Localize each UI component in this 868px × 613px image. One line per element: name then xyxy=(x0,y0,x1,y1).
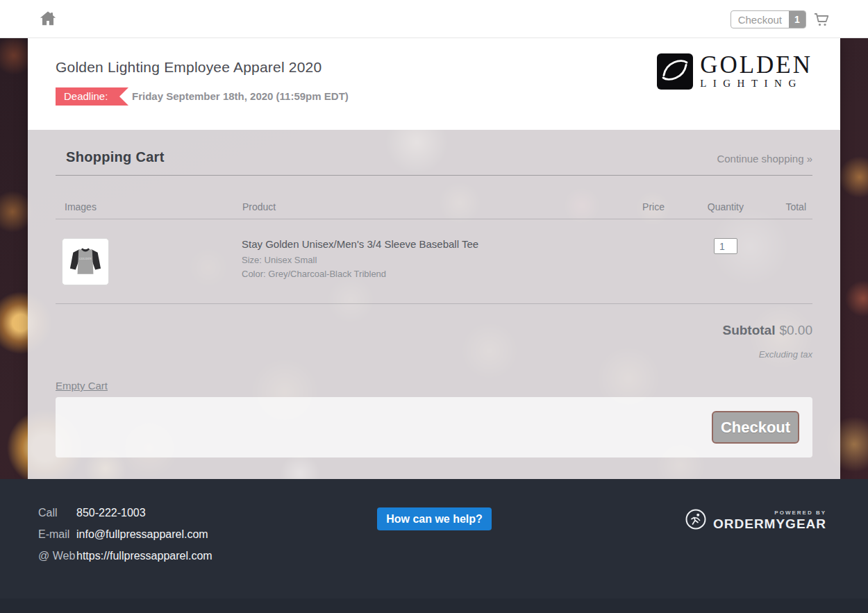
shopping-cart-panel: Shopping Cart Continue shopping » Images… xyxy=(28,130,840,479)
continue-shopping-link[interactable]: Continue shopping » xyxy=(717,153,812,165)
home-button[interactable] xyxy=(38,9,59,30)
runner-icon xyxy=(685,508,707,533)
topbar-actions: Checkout 1 xyxy=(731,10,830,28)
checkout-bar: Checkout xyxy=(56,397,812,457)
contact-label-call: Call xyxy=(38,507,76,519)
column-header-product: Product xyxy=(242,201,276,212)
logo-subtitle: LIGHTING xyxy=(700,78,803,90)
product-color: Color: Grey/Charcoal-Black Triblend xyxy=(242,269,386,279)
subtotal-row: Subtotal$0.00 xyxy=(722,323,812,338)
column-header-total: Total xyxy=(785,201,806,212)
contact-row-email: E-mail info@fullpressapparel.com xyxy=(38,528,208,541)
logo-text: GOLDEN LIGHTING xyxy=(700,53,812,90)
svg-text:GOLDEN: GOLDEN xyxy=(79,258,92,260)
contact-row-web: @ Web https://fullpressapparel.com xyxy=(38,550,212,562)
column-header-quantity: Quantity xyxy=(708,201,744,212)
product-size: Size: Unisex Small xyxy=(242,255,317,265)
deadline-date: Friday September 18th, 2020 (11:59pm EDT… xyxy=(132,87,349,106)
tax-note: Excluding tax xyxy=(759,349,812,360)
contact-phone: 850-222-1003 xyxy=(76,507,146,519)
page: Checkout 1 Golden Lighting Employee Appa… xyxy=(0,0,868,613)
logo-mark xyxy=(657,53,693,90)
contact-web-link[interactable]: https://fullpressapparel.com xyxy=(76,550,212,562)
cart-count-badge: 1 xyxy=(789,11,806,28)
golden-lighting-logo: GOLDEN LIGHTING xyxy=(657,53,812,90)
contact-label-email: E-mail xyxy=(38,528,76,541)
product-name: Stay Golden Unisex/Men's 3/4 Sleeve Base… xyxy=(242,238,478,250)
contact-email-link[interactable]: info@fullpressapparel.com xyxy=(76,528,208,541)
quantity-input[interactable] xyxy=(714,238,737,254)
deadline-label: Deadline: xyxy=(64,90,108,102)
powered-by-label: POWERED BY xyxy=(774,510,826,516)
footer-bottom-strip xyxy=(0,598,868,613)
contact-label-web: @ Web xyxy=(38,550,76,562)
topbar-checkout-label: Checkout xyxy=(731,11,789,28)
store-card: Golden Lighting Employee Apparel 2020 De… xyxy=(28,38,840,479)
cart-title: Shopping Cart xyxy=(66,149,165,165)
divider xyxy=(56,175,812,176)
logo-name: GOLDEN xyxy=(700,53,812,77)
top-bar: Checkout 1 xyxy=(0,0,868,38)
product-image[interactable]: GOLDEN xyxy=(62,238,109,285)
cart-icon[interactable] xyxy=(813,11,830,28)
column-header-images: Images xyxy=(65,201,97,212)
footer: Call 850-222-1003 E-mail info@fullpressa… xyxy=(0,479,868,598)
contact-row-phone: Call 850-222-1003 xyxy=(38,507,146,519)
store-header: Golden Lighting Employee Apparel 2020 De… xyxy=(28,38,840,130)
divider xyxy=(56,303,812,304)
topbar-checkout-button[interactable]: Checkout 1 xyxy=(731,10,806,28)
ordermygear-brand: ORDERMYGEAR xyxy=(713,517,826,532)
ordermygear-text: POWERED BY ORDERMYGEAR xyxy=(713,510,826,532)
ordermygear-logo[interactable]: POWERED BY ORDERMYGEAR xyxy=(685,508,826,533)
divider xyxy=(56,219,812,219)
subtotal-value: $0.00 xyxy=(779,323,812,337)
subtotal-label: Subtotal xyxy=(722,323,775,337)
column-header-price: Price xyxy=(642,201,665,212)
baseball-tee-image: GOLDEN xyxy=(65,241,106,283)
help-button[interactable]: How can we help? xyxy=(377,507,492,530)
checkout-button[interactable]: Checkout xyxy=(712,411,799,444)
swoosh-icon xyxy=(660,55,690,88)
empty-cart-link[interactable]: Empty Cart xyxy=(56,380,108,392)
deadline-ribbon: Deadline: xyxy=(56,87,128,106)
home-icon xyxy=(38,19,58,31)
page-title: Golden Lighting Employee Apparel 2020 xyxy=(56,59,322,76)
